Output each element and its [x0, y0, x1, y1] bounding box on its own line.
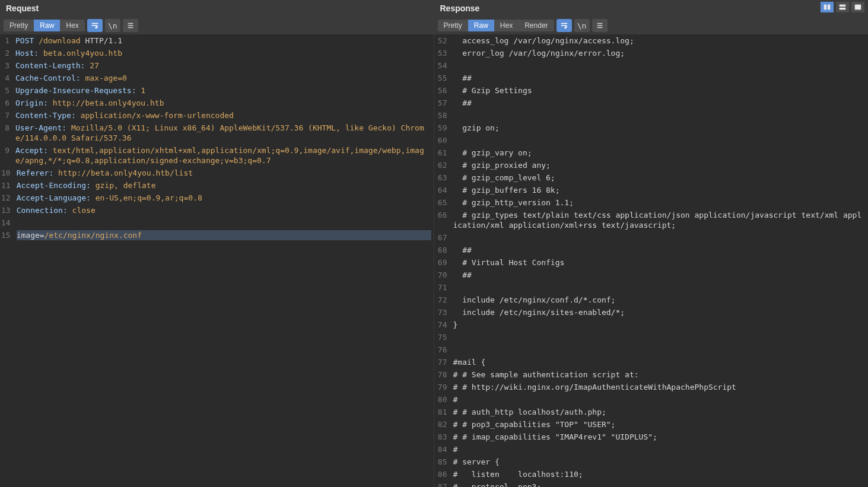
svg-rect-1 [828, 5, 830, 10]
wrap-lines-icon[interactable] [557, 19, 572, 32]
tab-raw[interactable]: Raw [34, 20, 60, 31]
response-tabs: Pretty Raw Hex Render [438, 20, 554, 31]
max-view-icon[interactable] [851, 2, 864, 12]
response-title: Response [440, 4, 480, 13]
tab-render[interactable]: Render [519, 20, 554, 31]
tab-pretty[interactable]: Pretty [438, 20, 468, 31]
response-editor[interactable]: 52 access_log /var/log/nginx/access.log;… [434, 34, 869, 487]
wrap-lines-icon[interactable] [87, 19, 103, 32]
request-pane: Request Pretty Raw Hex \n 1POST /downloa… [0, 0, 434, 487]
request-toolbar: Pretty Raw Hex \n [0, 17, 434, 34]
svg-rect-3 [840, 8, 846, 10]
hamburger-icon[interactable] [123, 19, 138, 32]
tab-pretty[interactable]: Pretty [4, 20, 34, 31]
show-nonprint-icon[interactable]: \n [105, 19, 120, 32]
request-header: Request [0, 0, 434, 17]
svg-rect-2 [840, 5, 846, 7]
tab-raw[interactable]: Raw [468, 20, 494, 31]
response-pane: Response Pretty Raw Hex Render \n 52 [434, 0, 869, 487]
request-title: Request [6, 4, 39, 13]
view-mode-buttons [821, 2, 864, 12]
show-nonprint-icon[interactable]: \n [574, 19, 590, 32]
request-tabs: Pretty Raw Hex [4, 20, 85, 31]
request-editor[interactable]: 1POST /download HTTP/1.12Host: beta.only… [0, 34, 434, 487]
response-toolbar: Pretty Raw Hex Render \n [434, 17, 869, 34]
stack-view-icon[interactable] [836, 2, 849, 12]
svg-rect-0 [824, 5, 826, 10]
response-header: Response [434, 0, 869, 17]
split-view-icon[interactable] [821, 2, 834, 12]
svg-rect-4 [855, 5, 861, 10]
tab-hex[interactable]: Hex [60, 20, 84, 31]
tab-hex[interactable]: Hex [494, 20, 519, 31]
hamburger-icon[interactable] [592, 19, 608, 32]
